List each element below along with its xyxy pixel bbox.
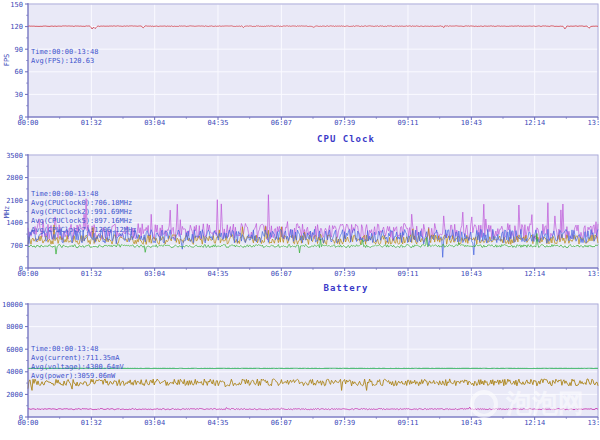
x-tick-label: 06:07 [271,270,292,278]
x-tick-label: 12:14 [524,419,545,427]
x-tick-label: 07:39 [334,119,355,127]
annotation-line: Avg(CPUClock0):706.18MHz [31,199,136,208]
x-tick-label: 00:00 [17,119,38,127]
x-tick-label: 00:00 [17,270,38,278]
x-tick-label: 10:43 [461,270,482,278]
annotation-line: Time:00:00-13:48 [31,190,136,199]
annotation-line: Time:00:00-13:48 [31,345,124,354]
x-tick-label: 12:14 [524,270,545,278]
y-tick-label: 10000 [2,301,23,309]
cpu-clock-annotation: Time:00:00-13:48Avg(CPUClock0):706.18MHz… [31,190,136,235]
x-tick-label: 13:46 [587,270,600,278]
annotation-line: Avg(power):3059.06mW [31,372,124,381]
x-tick-label: 06:07 [271,119,292,127]
battery-chart-panel: Battery 020004000600080001000000:0001:32… [0,280,600,440]
annotation-line: Avg(current):711.35mA [31,354,124,363]
x-tick-label: 01:32 [81,419,102,427]
x-tick-label: 13:46 [587,419,600,427]
x-tick-label: 09:11 [397,419,418,427]
x-tick-label: 12:14 [524,119,545,127]
x-tick-label: 03:04 [144,419,165,427]
y-tick-label: 60 [15,68,23,76]
y-tick-label: 30 [15,91,23,99]
x-tick-label: 04:35 [207,270,228,278]
y-tick-label: 90 [15,46,23,54]
x-tick-label: 09:11 [397,270,418,278]
y-tick-label: 4000 [6,368,23,376]
annotation-line: Avg(voltage):4300.64mV [31,363,124,372]
y-tick-label: 2800 [6,174,23,182]
battery-annotation: Time:00:00-13:48Avg(current):711.35mAAvg… [31,345,124,381]
performance-dashboard: 030609012015000:0001:3203:0404:3506:0707… [0,0,600,440]
y-tick-label: 6000 [6,346,23,354]
annotation-line: Avg(CPUClock7):1206.12MHz [31,226,136,235]
annotation-line: Time:00:00-13:48 [31,48,98,57]
x-tick-label: 04:35 [207,119,228,127]
x-tick-label: 01:32 [81,119,102,127]
fps-chart-panel: 030609012015000:0001:3203:0404:3506:0707… [0,0,600,130]
cpu-clock-chart-panel: CPU Clock 0700140021002800350000:0001:32… [0,130,600,280]
y-tick-label: 3500 [6,152,23,160]
y-tick-label: 120 [10,23,23,31]
annotation-line: Avg(FPS):120.63 [31,57,98,66]
x-tick-label: 01:32 [81,270,102,278]
cpu-clock-y-axis-label: MHz [3,192,13,232]
y-tick-label: 2000 [6,391,23,399]
plot-area [28,4,598,117]
fps-y-axis-label: FPS [3,40,13,80]
x-tick-label: 06:07 [271,419,292,427]
annotation-line: Avg(CPUClock2):991.69MHz [31,208,136,217]
x-tick-label: 09:11 [397,119,418,127]
x-tick-label: 07:39 [334,419,355,427]
y-tick-label: 150 [10,1,23,9]
x-tick-label: 10:43 [461,119,482,127]
y-tick-label: 700 [10,242,23,250]
x-tick-label: 10:43 [461,419,482,427]
x-tick-label: 03:04 [144,270,165,278]
x-tick-label: 00:00 [17,419,38,427]
x-tick-label: 04:35 [207,419,228,427]
x-tick-label: 13:46 [587,119,600,127]
x-tick-label: 03:04 [144,119,165,127]
x-tick-label: 07:39 [334,270,355,278]
annotation-line: Avg(CPUClock5):897.16MHz [31,217,136,226]
y-tick-label: 8000 [6,323,23,331]
fps-annotation: Time:00:00-13:48Avg(FPS):120.63 [31,48,98,66]
